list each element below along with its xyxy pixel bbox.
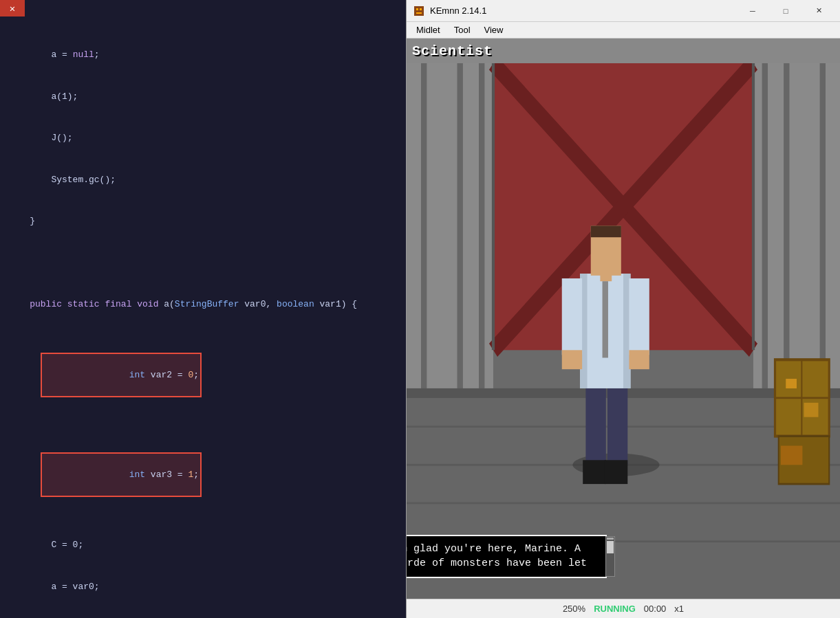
maximize-button[interactable]: □ bbox=[770, 0, 801, 22]
emulator-close-button[interactable]: ✕ bbox=[803, 0, 834, 22]
emulator-window: KEmnn 2.14.1 ─ □ ✕ Midlet Tool View Scie… bbox=[406, 0, 840, 618]
code-line: public static final void a(StringBuffer … bbox=[8, 298, 398, 311]
code-line: J(); bbox=[8, 131, 398, 145]
svg-rect-27 bbox=[591, 225, 621, 237]
svg-rect-46 bbox=[786, 379, 797, 388]
svg-rect-15 bbox=[762, 63, 768, 388]
speed-multiplier: x1 bbox=[674, 604, 684, 614]
menu-view[interactable]: View bbox=[477, 23, 510, 36]
dialog-scrollbar[interactable]: ▲ bbox=[605, 536, 615, 577]
code-line: a = var0; bbox=[8, 580, 398, 594]
code-line: a(1); bbox=[8, 90, 398, 104]
emulator-statusbar: 250% RUNNING 00:00 x1 bbox=[407, 599, 840, 618]
minimize-button[interactable]: ─ bbox=[737, 0, 768, 22]
emulator-menubar: Midlet Tool View bbox=[407, 22, 840, 38]
svg-rect-0 bbox=[414, 6, 424, 16]
svg-rect-48 bbox=[781, 445, 803, 465]
scene-background: 'm glad you're here, Marine. A horde of … bbox=[407, 63, 840, 599]
code-line bbox=[8, 256, 398, 269]
scroll-arrow-up: ▲ bbox=[607, 538, 614, 540]
svg-rect-37 bbox=[607, 388, 627, 465]
scene-svg bbox=[407, 63, 840, 599]
game-viewport: Scientist bbox=[407, 38, 840, 599]
menu-midlet[interactable]: Midlet bbox=[409, 23, 447, 36]
close-icon: ✕ bbox=[10, 3, 15, 14]
dialog-box[interactable]: 'm glad you're here, Marine. A horde of … bbox=[407, 535, 607, 579]
svg-rect-2 bbox=[420, 8, 422, 10]
svg-rect-33 bbox=[629, 278, 649, 355]
svg-rect-17 bbox=[820, 63, 826, 388]
run-state: RUNNING bbox=[594, 604, 636, 614]
svg-rect-3 bbox=[416, 12, 422, 14]
code-line-highlighted: int var2 = 0; bbox=[8, 339, 398, 411]
code-editor: ✕ a = null; a(1); J(); System.gc(); } pu… bbox=[0, 0, 406, 618]
close-button[interactable]: ✕ bbox=[0, 0, 25, 16]
code-line: C = 0; bbox=[8, 538, 398, 552]
svg-rect-36 bbox=[585, 388, 605, 465]
scroll-thumb[interactable] bbox=[607, 541, 614, 553]
svg-rect-34 bbox=[562, 350, 582, 369]
game-scene: Scientist bbox=[407, 38, 840, 599]
emulator-app-icon bbox=[412, 4, 426, 18]
svg-rect-31 bbox=[603, 281, 608, 357]
svg-rect-12 bbox=[421, 63, 427, 388]
run-time: 00:00 bbox=[644, 604, 667, 614]
code-line: System.gc(); bbox=[8, 173, 398, 187]
code-line: a = null; bbox=[8, 48, 398, 62]
svg-rect-38 bbox=[583, 460, 606, 484]
svg-rect-32 bbox=[562, 278, 582, 355]
svg-rect-16 bbox=[784, 63, 789, 388]
svg-rect-13 bbox=[457, 63, 463, 388]
menu-tool[interactable]: Tool bbox=[447, 23, 477, 36]
scene-header: Scientist bbox=[407, 38, 840, 63]
svg-rect-28 bbox=[600, 274, 612, 281]
svg-rect-47 bbox=[804, 403, 819, 417]
zoom-level: 250% bbox=[563, 604, 585, 614]
svg-rect-39 bbox=[605, 460, 628, 484]
emulator-title: KEmnn 2.14.1 bbox=[430, 5, 737, 16]
emulator-titlebar: KEmnn 2.14.1 ─ □ ✕ bbox=[407, 0, 840, 22]
dialog-text: 'm glad you're here, Marine. A horde of … bbox=[407, 543, 587, 570]
svg-rect-14 bbox=[479, 63, 484, 388]
code-line-highlighted-active: int var3 = 1; bbox=[8, 439, 398, 511]
window-controls: ─ □ ✕ bbox=[737, 0, 834, 22]
character-name-label: Scientist bbox=[412, 43, 493, 59]
svg-rect-1 bbox=[416, 8, 418, 10]
code-content: a = null; a(1); J(); System.gc(); } publ… bbox=[0, 0, 406, 618]
svg-rect-35 bbox=[629, 350, 649, 369]
code-line: } bbox=[8, 214, 398, 228]
